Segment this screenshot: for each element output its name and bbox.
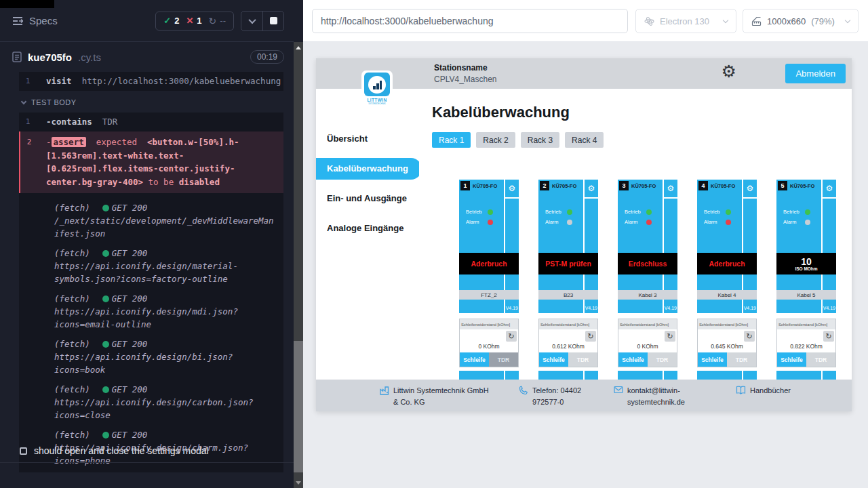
reporter-controls xyxy=(241,11,284,31)
collapse-button[interactable] xyxy=(241,12,262,30)
sidebar-item-uebersicht[interactable]: Übersicht xyxy=(316,128,419,150)
footer-phone: Telefon: 04402 972577-0 xyxy=(519,385,599,407)
command-visit[interactable]: 1 visit http://localhost:3000/kabelueber… xyxy=(19,72,283,91)
tab-rack-4[interactable]: Rack 4 xyxy=(565,132,604,148)
specs-label: Specs xyxy=(29,15,58,26)
schleife-button[interactable]: Schleife xyxy=(539,352,568,367)
tab-rack-1[interactable]: Rack 1 xyxy=(432,132,471,148)
betrieb-label: Betrieb xyxy=(704,209,726,215)
loop-resistance-panel: Schleifenwiderstand [kOhm] ↻ 0.645 KOhm … xyxy=(697,319,757,367)
tdr-button[interactable]: TDR xyxy=(489,352,518,367)
stop-button[interactable] xyxy=(262,12,283,30)
alarm-led xyxy=(567,220,572,225)
tdr-button[interactable]: TDR xyxy=(568,352,597,367)
loop-resistance-panel: Schleifenwiderstand [kOhm] ↻ 0 KOhm Schl… xyxy=(459,319,519,367)
cable-name: Kabel 5 xyxy=(776,290,836,300)
fetch-entry[interactable]: (fetch) GET 200 /_next/static/developmen… xyxy=(54,201,277,240)
scroll-up-arrow[interactable] xyxy=(294,42,303,53)
main-content: Kabelüberwachung Rack 1 Rack 2 Rack 3 Ra… xyxy=(419,89,852,380)
status-text: Aderbruch xyxy=(709,260,745,268)
test-body-toggle[interactable]: TEST BODY xyxy=(19,91,283,113)
specs-menu[interactable]: Specs xyxy=(12,15,58,26)
card-settings-gear-icon[interactable]: ⚙ xyxy=(505,180,519,197)
fetch-label: (fetch) xyxy=(54,247,90,260)
factory-icon xyxy=(380,386,389,395)
sidebar-item-ein-und-ausgaenge[interactable]: Ein- und Ausgänge xyxy=(316,188,419,209)
command-contains[interactable]: 1 -contains TDR xyxy=(19,113,283,131)
betrieb-label: Betrieb xyxy=(625,209,646,215)
station-label: Stationsname xyxy=(434,63,497,73)
triangle-up-icon xyxy=(296,46,301,49)
schleife-button[interactable]: Schleife xyxy=(698,352,727,367)
device-card: 5 KÜ705-FO Betrieb Alarm ⚙ xyxy=(776,180,836,380)
device-cards: 1 KÜ705-FO Betrieb Alarm ⚙ Aderbruch xyxy=(459,180,836,380)
refresh-button[interactable]: ↻ xyxy=(823,331,834,342)
status-dot-icon xyxy=(102,250,109,257)
status-display: Aderbruch xyxy=(697,253,757,274)
slot-number: 3 xyxy=(619,181,629,190)
tdr-button[interactable]: TDR xyxy=(648,352,677,367)
status-dot-icon xyxy=(102,296,109,302)
pending-test-row[interactable]: should open and close the settings modal xyxy=(0,439,294,463)
page-title: Kabelüberwachung xyxy=(432,104,570,121)
tdr-button[interactable]: TDR xyxy=(727,352,756,367)
scrollbar-thumb[interactable] xyxy=(294,341,303,472)
logout-button[interactable]: Abmelden xyxy=(785,64,846,83)
footer-company-text: Littwin Systemtechnik GmbH & Co. KG xyxy=(393,385,495,407)
card-settings-gear-icon[interactable]: ⚙ xyxy=(823,180,836,197)
fetch-entry[interactable]: (fetch) GET 200 https://api.iconify.desi… xyxy=(54,292,277,331)
tdr-button[interactable]: TDR xyxy=(806,352,835,367)
status-dot-icon xyxy=(102,432,109,439)
refresh-button[interactable]: ↻ xyxy=(506,331,517,342)
refresh-button[interactable]: ↻ xyxy=(744,331,755,342)
viewport-zoom: (79%) xyxy=(811,16,835,26)
footer-manuals-link[interactable]: Handbücher xyxy=(736,385,837,396)
browser-select[interactable]: Electron 130 xyxy=(635,9,736,33)
schleife-button[interactable]: Schleife xyxy=(618,352,648,367)
status-text: Aderbruch xyxy=(471,260,507,268)
card-settings-gear-icon[interactable]: ⚙ xyxy=(743,180,757,197)
device-card: 4 KÜ705-FO Betrieb Alarm ⚙ Aderbruch xyxy=(697,180,757,380)
device-card: 1 KÜ705-FO Betrieb Alarm ⚙ Aderbruch xyxy=(459,180,519,380)
tab-rack-2[interactable]: Rack 2 xyxy=(476,132,515,148)
pending-square-icon xyxy=(20,447,27,455)
card-settings-gear-icon[interactable]: ⚙ xyxy=(664,180,677,197)
fetch-entry[interactable]: (fetch) GET 200 https://api.iconify.desi… xyxy=(54,338,277,376)
chevron-down-icon xyxy=(723,17,728,22)
schleife-button[interactable]: Schleife xyxy=(460,352,489,367)
footer-manuals-text: Handbücher xyxy=(750,385,791,396)
url-input[interactable] xyxy=(312,9,628,33)
assert-state: disabled xyxy=(179,177,220,187)
command-assert-failed[interactable]: 2 -assert expected <button.w-[50%].h-[1.… xyxy=(19,131,283,193)
settings-gear-icon[interactable]: ⚙ xyxy=(722,63,736,80)
littwin-logo: LITTWIN SYSTEMTECHNIK xyxy=(361,70,393,108)
tab-rack-3[interactable]: Rack 3 xyxy=(521,132,559,148)
status-display: Erdschluss xyxy=(618,253,677,274)
spec-file-row[interactable]: kue705fo.cy.ts 00:19 xyxy=(0,42,294,72)
scroll-down-arrow[interactable] xyxy=(294,477,303,488)
alarm-label: Alarm xyxy=(783,219,805,225)
footer-email-text: kontakt@littwin-systemtechnik.de xyxy=(627,385,703,407)
betrieb-label: Betrieb xyxy=(783,209,805,215)
fetch-entry[interactable]: (fetch) GET 200 https://api.iconify.desi… xyxy=(54,247,277,285)
spec-ext: .cy.ts xyxy=(78,52,101,63)
viewport-select[interactable]: 1000x660 (79%) xyxy=(743,9,859,33)
sidebar-item-analoge-eingaenge[interactable]: Analoge Eingänge xyxy=(316,218,419,239)
sidebar-item-kabelueberwachung[interactable]: Kabelüberwachung xyxy=(316,158,422,180)
resistance-value: 0.822 KOhm xyxy=(777,343,835,350)
reporter-scrollbar[interactable] xyxy=(294,42,303,488)
betrieb-label: Betrieb xyxy=(545,209,567,215)
refresh-button[interactable]: ↻ xyxy=(585,331,596,342)
x-icon: ✕ xyxy=(186,16,193,26)
fetch-entry[interactable]: (fetch) GET 200 https://api.iconify.desi… xyxy=(54,383,277,422)
email-icon xyxy=(614,386,623,394)
assert-connector: to be xyxy=(149,177,174,187)
cypress-reporter-panel: Specs ✓2 ✕1 ↻-- kue705fo.cy.ts 00:19 1 v… xyxy=(0,0,303,488)
card-settings-gear-icon[interactable]: ⚙ xyxy=(585,180,598,197)
refresh-button[interactable]: ↻ xyxy=(665,331,675,342)
meter-label: Schleifenwiderstand [kOhm] xyxy=(460,319,518,329)
footer-email: kontakt@littwin-systemtechnik.de xyxy=(614,385,703,407)
meter-label: Schleifenwiderstand [kOhm] xyxy=(618,319,677,329)
schleife-button[interactable]: Schleife xyxy=(777,352,806,367)
spec-duration: 00:19 xyxy=(250,50,284,64)
